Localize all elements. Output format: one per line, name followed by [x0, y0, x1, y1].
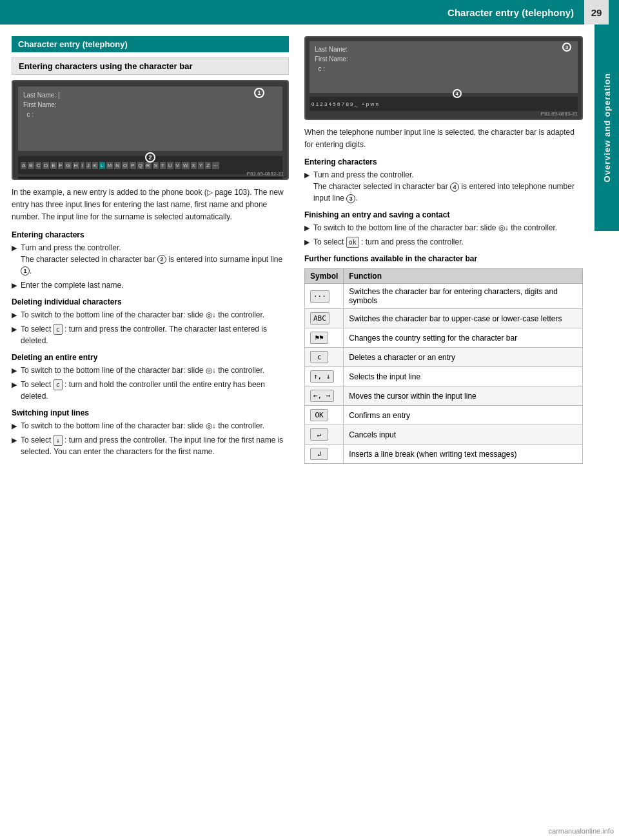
key-p: P [130, 162, 135, 169]
bullet-text-entire-2: To select c : turn and hold the controll… [21, 379, 289, 402]
arrow-icon-11: ▶ [304, 237, 310, 248]
device-image-1: Last Name: | First Name: c : 1 2 A B C D… [12, 80, 289, 180]
table-row: ⚑⚑ Changes the country setting for the c… [305, 328, 583, 348]
function-ok: Confirms an entry [344, 406, 583, 425]
numrow-text: 0 1 2 3 4 5 6 7 8 9 _ + p w n [311, 101, 378, 107]
symbol-cancel: ↵ [305, 425, 344, 445]
arrow-icon-8: ▶ [12, 435, 17, 457]
table-row: ABC Switches the character bar to upper-… [305, 309, 583, 328]
key-b: B [28, 162, 34, 169]
table-row: ··· Switches the character bar for enter… [305, 284, 583, 309]
key-y: Y [198, 162, 204, 169]
arrow-icon-6: ▶ [12, 379, 17, 402]
heading-further: Further functions available in the chara… [304, 254, 583, 263]
symbol-leftright: ←, → [305, 386, 344, 406]
right-bullet-entering: ▶ Turn and press the controller. The cha… [304, 169, 583, 204]
section-header: Character entry (telephony) [12, 36, 289, 52]
bullet-text-switch-2: To select ↓ : turn and press the control… [21, 434, 289, 457]
circle-3: 3 [562, 43, 571, 52]
device-bottom-bar: ⊙ - · + ↑ ↓ [18, 177, 282, 180]
circle-1: 1 [254, 88, 264, 98]
bullet-entering-1: ▶ Turn and press the controller. The cha… [12, 242, 289, 277]
table-header-symbol: Symbol [305, 269, 344, 284]
page-number: 29 [584, 0, 609, 25]
arrow-icon-1: ▶ [12, 243, 17, 277]
device-screen-1: Last Name: | First Name: c : 1 2 [18, 86, 282, 151]
table-row: ↵ Cancels input [305, 425, 583, 445]
arrow-icon-7: ▶ [12, 421, 17, 432]
symbol-abc: ABC [305, 309, 344, 328]
key-e: E [50, 162, 56, 169]
right-heading-entering: Entering characters [304, 157, 583, 166]
key-h: H [73, 162, 79, 169]
table-header-function: Function [344, 269, 583, 284]
function-dots: Switches the character bar for entering … [344, 284, 583, 309]
function-cancel: Cancels input [344, 425, 583, 445]
top-bar-title: Character entry (telephony) [447, 7, 574, 18]
device-ref-1: P82.89-0882-31 [247, 171, 284, 177]
key-k: K [92, 162, 98, 169]
key-g: G [64, 162, 71, 169]
bullet-text-finishing-2: To select ok : turn and press the contro… [313, 236, 583, 248]
arrow-icon-5: ▶ [12, 365, 17, 376]
key-n: N [114, 162, 121, 169]
heading-deleting-entry: Deleting an entire entry [12, 353, 289, 362]
bullet-text-del-1: To switch to the bottom line of the char… [21, 309, 289, 321]
arrow-icon-3: ▶ [12, 310, 17, 321]
key-f: F [58, 162, 64, 169]
right-column: Last Name: First Name: c : 3 4 0 1 2 3 4… [304, 36, 583, 464]
heading-switching: Switching input lines [12, 408, 289, 417]
key-o: O [122, 162, 128, 169]
symbol-table: Symbol Function ··· Switches the charact… [304, 268, 583, 464]
key-c: C [35, 162, 42, 169]
bullet-finishing-2: ▶ To select ok : turn and press the cont… [304, 236, 583, 248]
sidebar-tab-label: Overview and operation [602, 73, 612, 182]
symbol-dots: ··· [305, 284, 344, 309]
arrow-icon-4: ▶ [12, 324, 17, 346]
function-leftright: Moves the cursor within the input line [344, 386, 583, 406]
table-row: ↑, ↓ Selects the input line [305, 367, 583, 386]
key-m: M [106, 162, 113, 169]
key-t: T [160, 162, 166, 169]
right-bullet-text-entering: Turn and press the controller. The chara… [313, 169, 583, 204]
watermark: carmanualonline.info [548, 827, 614, 835]
key-d: D [43, 162, 49, 169]
heading-entering-chars: Entering characters [12, 230, 289, 239]
symbol-linebreak: ↲ [305, 445, 344, 464]
heading-finishing: Finishing an entry and saving a contact [304, 210, 583, 219]
device-numrow: 0 1 2 3 4 5 6 7 8 9 _ + p w n [310, 97, 578, 111]
key-u: U [167, 162, 173, 169]
function-flags: Changes the country setting for the char… [344, 328, 583, 348]
bullet-text-entering-2: Enter the complete last name. [21, 279, 289, 291]
bullet-entire-2: ▶ To select c : turn and hold the contro… [12, 379, 289, 402]
table-row: OK Confirms an entry [305, 406, 583, 425]
function-abc: Switches the character bar to upper-case… [344, 309, 583, 328]
bullet-del-1: ▶ To switch to the bottom line of the ch… [12, 309, 289, 321]
bullet-text-finishing-1: To switch to the bottom line of the char… [313, 222, 583, 234]
key-j: J [86, 162, 91, 169]
bullet-switch-2: ▶ To select ↓ : turn and press the contr… [12, 434, 289, 457]
symbol-c: c [305, 348, 344, 367]
right-intro-text: When the telephone number input line is … [304, 126, 583, 151]
arrow-icon-10: ▶ [304, 223, 310, 234]
bullet-entire-1: ▶ To switch to the bottom line of the ch… [12, 365, 289, 376]
key-q: Q [137, 162, 144, 169]
table-row: c Deletes a character or an entry [305, 348, 583, 367]
bullet-text-entering-1: Turn and press the controller. The chara… [21, 242, 289, 277]
key-a: A [21, 162, 26, 169]
screen-text-1: Last Name: | First Name: c : [23, 90, 277, 119]
key-dots: ··· [212, 162, 219, 169]
bottom-bar-arrow: - · + ↑ ↓ [28, 180, 44, 181]
main-content: Character entry (telephony) Entering cha… [0, 25, 619, 475]
arrow-icon-9: ▶ [304, 170, 310, 204]
function-updown: Selects the input line [344, 367, 583, 386]
bottom-bar-icon: ⊙ [21, 180, 25, 181]
circle-2: 2 [145, 152, 155, 163]
subsection-header: Entering characters using the character … [12, 57, 289, 75]
function-c: Deletes a character or an entry [344, 348, 583, 367]
bullet-text-entire-1: To switch to the bottom line of the char… [21, 365, 289, 376]
device-ref-2: P82.89-0883-31 [541, 111, 578, 117]
key-r: R [145, 162, 152, 169]
device-image-2: Last Name: First Name: c : 3 4 0 1 2 3 4… [304, 36, 583, 120]
intro-text: In the example, a new entry is added to … [12, 186, 289, 224]
